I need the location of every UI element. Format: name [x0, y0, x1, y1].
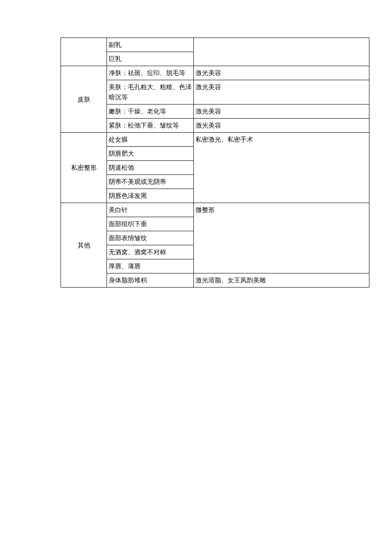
table-row: 美肤：毛孔粗大、粗糙、色泽暗沉等 激光美容	[61, 80, 369, 105]
item-cell: 面部表情皱纹	[107, 231, 194, 245]
detail-cell: 微整形	[194, 203, 369, 273]
item-cell: 美肤：毛孔粗大、粗糙、色泽暗沉等	[107, 80, 194, 105]
item-cell: 嫩肤：干燥、老化等	[107, 105, 194, 119]
table-row: 身体脂肪堆积 激光溶脂、女王风韵美雕	[61, 273, 369, 288]
detail-cell	[194, 38, 369, 66]
detail-cell: 激光美容	[194, 80, 369, 105]
table-row: 皮肤 净肤：祛斑、痘印、脱毛等 激光美容	[61, 66, 369, 80]
item-cell: 阴道松弛	[107, 161, 194, 175]
item-cell: 身体脂肪堆积	[107, 273, 194, 288]
category-cell	[61, 38, 107, 66]
table-row: 其他 美白针 微整形	[61, 203, 369, 217]
detail-cell: 私密激光、私密手术	[194, 133, 369, 203]
item-cell: 净肤：祛斑、痘印、脱毛等	[107, 66, 194, 80]
detail-cell: 激光美容	[194, 105, 369, 119]
category-cell: 皮肤	[61, 66, 107, 133]
item-cell: 紧肤：松弛下垂、皱纹等	[107, 119, 194, 133]
item-cell: 处女膜	[107, 133, 194, 147]
item-cell: 阴唇色泽发黑	[107, 189, 194, 203]
table-row: 紧肤：松弛下垂、皱纹等 激光美容	[61, 119, 369, 133]
item-cell: 副乳	[107, 38, 194, 52]
table-row: 嫩肤：干燥、老化等 激光美容	[61, 105, 369, 119]
table-row: 副乳	[61, 38, 369, 52]
item-cell: 阴唇肥大	[107, 147, 194, 161]
item-cell: 巨乳	[107, 52, 194, 66]
table-row: 私密整形 处女膜 私密激光、私密手术	[61, 133, 369, 147]
item-cell: 阴蒂不美观或无阴蒂	[107, 175, 194, 189]
item-cell: 美白针	[107, 203, 194, 217]
detail-cell: 激光美容	[194, 66, 369, 80]
detail-cell: 激光溶脂、女王风韵美雕	[194, 273, 369, 288]
category-cell: 私密整形	[61, 133, 107, 203]
item-cell: 厚唇、薄唇	[107, 259, 194, 273]
item-cell: 面部组织下垂	[107, 217, 194, 231]
item-cell: 无酒窝、酒窝不对称	[107, 245, 194, 259]
detail-cell: 激光美容	[194, 119, 369, 133]
classification-table: 副乳 巨乳 皮肤 净肤：祛斑、痘印、脱毛等 激光美容 美肤：毛孔粗大、粗糙、色泽…	[61, 38, 369, 288]
category-cell: 其他	[61, 203, 107, 288]
